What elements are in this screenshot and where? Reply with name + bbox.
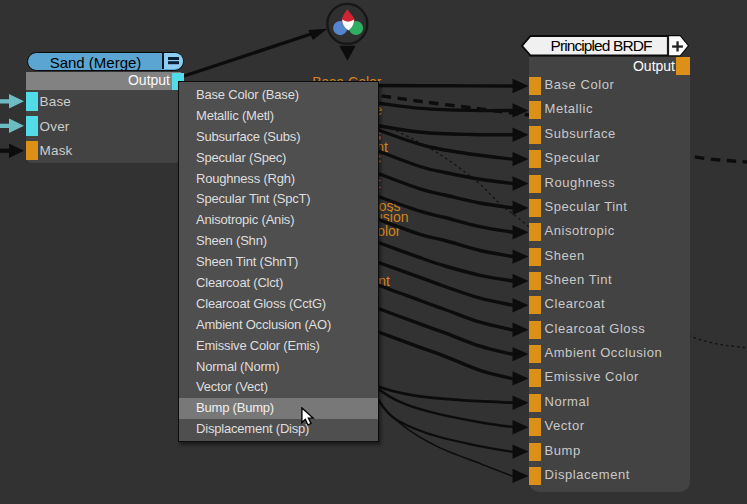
svg-text:Principled BRDF: Principled BRDF: [550, 36, 651, 53]
